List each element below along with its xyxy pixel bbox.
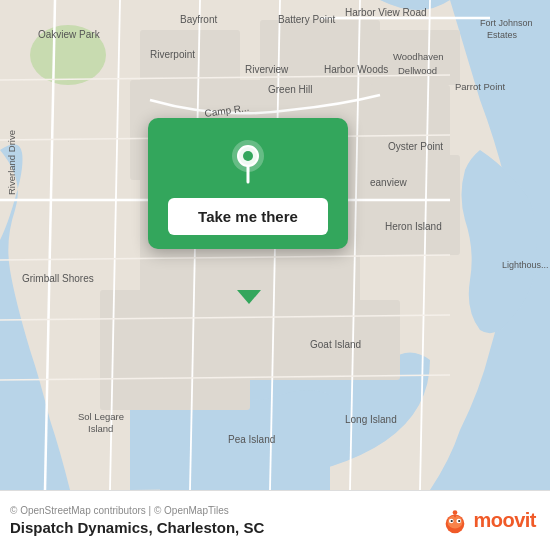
svg-text:Oakview Park: Oakview Park xyxy=(38,29,101,40)
svg-text:Parrot Point: Parrot Point xyxy=(455,81,506,92)
bottom-left-section: © OpenStreetMap contributors | © OpenMap… xyxy=(10,505,264,536)
svg-text:Sol Legare: Sol Legare xyxy=(78,411,124,422)
moovit-brand-text: moovit xyxy=(473,509,536,532)
svg-text:eanview: eanview xyxy=(370,177,407,188)
moovit-mascot-icon xyxy=(441,507,469,535)
svg-point-52 xyxy=(243,151,253,161)
svg-text:Riverview: Riverview xyxy=(245,64,289,75)
svg-text:Pea Island: Pea Island xyxy=(228,434,275,445)
svg-text:Dellwood: Dellwood xyxy=(398,65,437,76)
attribution-text: © OpenStreetMap contributors | © OpenMap… xyxy=(10,505,264,516)
svg-text:Island: Island xyxy=(88,423,113,434)
svg-text:Riverpoint: Riverpoint xyxy=(150,49,195,60)
svg-point-58 xyxy=(459,519,461,521)
svg-text:Woodhaven: Woodhaven xyxy=(393,51,444,62)
moovit-logo: moovit xyxy=(441,507,536,535)
svg-text:Oyster Point: Oyster Point xyxy=(388,141,443,152)
svg-text:Harbor View Road: Harbor View Road xyxy=(345,7,427,18)
svg-point-59 xyxy=(453,510,458,515)
map-container[interactable]: Oakview Park Bayfront Battery Point Harb… xyxy=(0,0,550,490)
take-me-there-button[interactable]: Take me there xyxy=(168,198,328,235)
svg-text:Estates: Estates xyxy=(487,30,518,40)
svg-text:Lighthous...: Lighthous... xyxy=(502,260,549,270)
svg-text:Heron Island: Heron Island xyxy=(385,221,442,232)
svg-text:Green Hill: Green Hill xyxy=(268,84,312,95)
svg-rect-9 xyxy=(340,155,460,255)
svg-text:Harbor Woods: Harbor Woods xyxy=(324,64,388,75)
svg-text:Grimball Shores: Grimball Shores xyxy=(22,273,94,284)
svg-text:Long Island: Long Island xyxy=(345,414,397,425)
svg-text:Goat Island: Goat Island xyxy=(310,339,361,350)
svg-point-57 xyxy=(451,519,453,521)
svg-text:Battery Point: Battery Point xyxy=(278,14,335,25)
svg-text:Bayfront: Bayfront xyxy=(180,14,217,25)
bottom-bar: © OpenStreetMap contributors | © OpenMap… xyxy=(0,490,550,550)
location-pin-icon xyxy=(224,138,272,186)
svg-text:Fort Johnson: Fort Johnson xyxy=(480,18,533,28)
location-title: Dispatch Dynamics, Charleston, SC xyxy=(10,519,264,536)
popup-tail xyxy=(237,290,261,304)
svg-text:Riverland Drive: Riverland Drive xyxy=(6,130,17,195)
location-popup: Take me there xyxy=(148,118,348,249)
